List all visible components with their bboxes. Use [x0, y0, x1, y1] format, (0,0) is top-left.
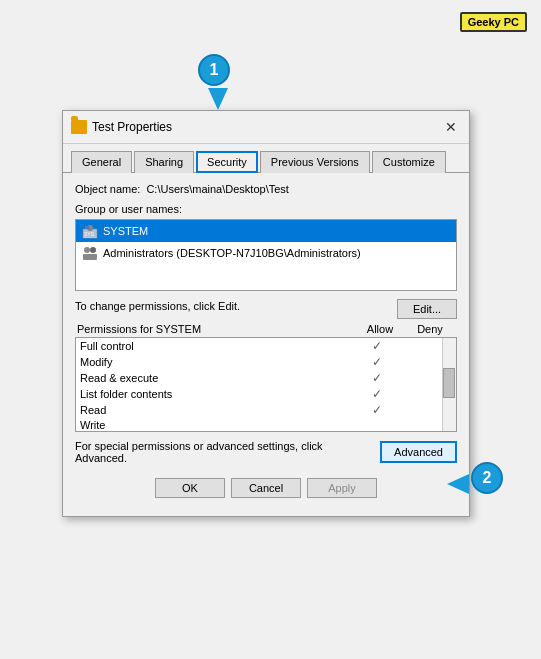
perm-readexecute-name: Read & execute [80, 372, 352, 384]
svg-point-6 [90, 247, 96, 253]
properties-dialog: Test Properties ✕ General Sharing Securi… [62, 110, 470, 517]
tab-customize[interactable]: Customize [372, 151, 446, 173]
permissions-table: Full control ✓ Modify ✓ Read & execute ✓… [75, 337, 457, 432]
geeky-pc-logo: Geeky PC [460, 12, 527, 32]
dialog-title: Test Properties [92, 120, 172, 134]
perm-fullcontrol-name: Full control [80, 340, 352, 352]
tab-general[interactable]: General [71, 151, 132, 173]
tab-bar: General Sharing Security Previous Versio… [63, 144, 469, 173]
group-label: Group or user names: [75, 203, 457, 215]
ok-button[interactable]: OK [155, 478, 225, 498]
tab-sharing[interactable]: Sharing [134, 151, 194, 173]
perm-row-read: Read ✓ [76, 402, 456, 418]
title-bar: Test Properties ✕ [63, 111, 469, 144]
permissions-header: Permissions for SYSTEM Allow Deny [75, 323, 457, 337]
perm-fullcontrol-allow: ✓ [352, 339, 402, 353]
svg-text:SYS: SYS [84, 231, 95, 237]
deny-header: Deny [405, 323, 455, 335]
scroll-track[interactable] [442, 338, 456, 431]
perm-readexecute-allow: ✓ [352, 371, 402, 385]
perm-modify-name: Modify [80, 356, 352, 368]
svg-rect-7 [83, 254, 97, 260]
perm-row-modify: Modify ✓ [76, 354, 456, 370]
step2-indicator: 2 [471, 462, 503, 494]
bottom-buttons: OK Cancel Apply [75, 474, 457, 506]
object-name-label: Object name: [75, 183, 140, 195]
perm-row-readexecute: Read & execute ✓ [76, 370, 456, 386]
perm-row-listfolder: List folder contents ✓ [76, 386, 456, 402]
apply-button[interactable]: Apply [307, 478, 377, 498]
perm-row-write: Write [76, 418, 456, 432]
advanced-button[interactable]: Advanced [380, 441, 457, 463]
group-item-system[interactable]: SYS SYSTEM [76, 220, 456, 242]
perm-listfolder-name: List folder contents [80, 388, 352, 400]
perm-read-name: Read [80, 404, 352, 416]
allow-header: Allow [355, 323, 405, 335]
group-item-system-label: SYSTEM [103, 225, 148, 237]
title-bar-left: Test Properties [71, 120, 172, 134]
group-list[interactable]: SYS SYSTEM Administrators (DESKTOP-N7J10… [75, 219, 457, 291]
close-button[interactable]: ✕ [441, 117, 461, 137]
group-item-admins[interactable]: Administrators (DESKTOP-N7J10BG\Administ… [76, 242, 456, 264]
cancel-button[interactable]: Cancel [231, 478, 301, 498]
step1-indicator: 1 [198, 54, 230, 86]
change-hint-row: To change permissions, click Edit. Edit.… [75, 299, 457, 319]
special-perms-row: For special permissions or advanced sett… [75, 440, 457, 464]
svg-point-5 [84, 247, 90, 253]
permissions-for-label: Permissions for SYSTEM [77, 323, 355, 335]
perm-listfolder-allow: ✓ [352, 387, 402, 401]
special-perms-text: For special permissions or advanced sett… [75, 440, 372, 464]
perm-modify-allow: ✓ [352, 355, 402, 369]
perm-read-allow: ✓ [352, 403, 402, 417]
arrow1-down-icon [208, 88, 228, 110]
object-name-value: C:\Users\maina\Desktop\Test [146, 183, 288, 195]
tab-previous-versions[interactable]: Previous Versions [260, 151, 370, 173]
edit-button[interactable]: Edit... [397, 299, 457, 319]
scroll-thumb[interactable] [443, 368, 455, 398]
user-icon-admins [82, 245, 98, 261]
dialog-content: Object name: C:\Users\maina\Desktop\Test… [63, 173, 469, 516]
perm-row-fullcontrol: Full control ✓ [76, 338, 456, 354]
change-hint: To change permissions, click Edit. [75, 300, 240, 312]
svg-rect-2 [85, 226, 89, 229]
arrow2-left-icon [447, 474, 469, 494]
tab-security[interactable]: Security [196, 151, 258, 173]
folder-icon [71, 120, 87, 134]
perm-write-name: Write [80, 419, 352, 431]
group-item-admins-label: Administrators (DESKTOP-N7J10BG\Administ… [103, 247, 361, 259]
object-name-row: Object name: C:\Users\maina\Desktop\Test [75, 183, 457, 195]
user-icon-system: SYS [82, 223, 98, 239]
